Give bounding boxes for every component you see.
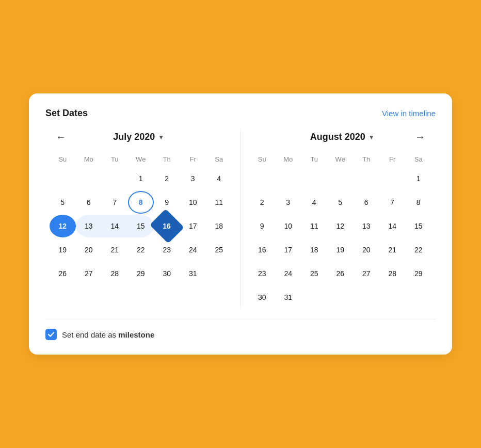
right-day-cell[interactable]: 13: [354, 215, 380, 237]
right-day-cell[interactable]: 31: [275, 286, 301, 309]
milestone-label: Set end date as milestone: [62, 330, 154, 339]
right-day-cell[interactable]: 10: [275, 215, 301, 237]
right-day-cell[interactable]: 21: [379, 238, 406, 261]
left-day-cell[interactable]: 17: [180, 215, 206, 237]
left-day-cell[interactable]: 13: [76, 215, 102, 237]
card-title: Set Dates: [45, 108, 88, 119]
right-day-cell[interactable]: 5: [327, 191, 354, 214]
calendar-divider: [241, 129, 241, 309]
right-month-label[interactable]: August 2020 ▼: [310, 132, 375, 142]
left-day-cell[interactable]: 22: [128, 238, 154, 261]
left-day-header-sa: Sa: [206, 153, 232, 165]
right-day-cell: [354, 167, 380, 190]
left-day-cell[interactable]: 1: [128, 167, 154, 190]
left-day-cell[interactable]: 5: [50, 191, 76, 214]
right-calendar: August 2020 ▼ → Su Mo Tu We Th Fr Sa: [245, 129, 436, 309]
right-chevron-icon: ▼: [368, 134, 375, 141]
left-day-cell[interactable]: 29: [128, 262, 154, 285]
left-month-label[interactable]: July 2020 ▼: [113, 132, 164, 142]
right-day-cell: [275, 167, 301, 190]
right-day-cell[interactable]: 17: [275, 238, 301, 261]
milestone-label-bold: milestone: [118, 330, 154, 339]
right-day-cell[interactable]: 14: [379, 215, 406, 237]
checkmark-icon: [47, 331, 55, 338]
right-day-cell: [379, 286, 406, 309]
right-day-cell[interactable]: 27: [354, 262, 380, 285]
left-day-header-su: Su: [50, 153, 76, 165]
right-day-cell[interactable]: 6: [354, 191, 380, 214]
right-day-cell[interactable]: 7: [379, 191, 406, 214]
left-day-cell[interactable]: 2: [154, 167, 180, 190]
right-day-cell[interactable]: 19: [327, 238, 354, 261]
milestone-checkbox[interactable]: [45, 329, 57, 340]
right-days-grid: 1234567891011121314151617181920212223242…: [249, 167, 432, 309]
calendars-container: ← July 2020 ▼ Su Mo Tu We Th Fr: [45, 129, 436, 309]
right-day-cell[interactable]: 11: [301, 215, 328, 237]
left-day-cell[interactable]: 8: [128, 191, 154, 214]
left-day-cell[interactable]: 25: [206, 238, 232, 261]
right-day-cell[interactable]: 2: [249, 191, 276, 214]
left-day-cell[interactable]: 4: [206, 167, 232, 190]
left-calendar-grid: Su Mo Tu We Th Fr Sa 1234567891011121314…: [50, 153, 232, 285]
right-day-cell[interactable]: 20: [354, 238, 380, 261]
left-day-cell[interactable]: 18: [206, 215, 232, 237]
left-day-cell[interactable]: 28: [102, 262, 128, 285]
right-day-cell[interactable]: 28: [379, 262, 406, 285]
left-days-grid: 1234567891011121314151617181920212223242…: [50, 167, 232, 285]
right-day-cell[interactable]: 8: [406, 191, 432, 214]
left-calendar: ← July 2020 ▼ Su Mo Tu We Th Fr: [45, 129, 236, 309]
right-day-cell[interactable]: 15: [406, 215, 432, 237]
right-day-cell[interactable]: 4: [301, 191, 328, 214]
right-day-cell: [354, 286, 380, 309]
left-day-cell[interactable]: 11: [206, 191, 232, 214]
left-day-cell[interactable]: 19: [50, 238, 76, 261]
left-day-cell[interactable]: 21: [102, 238, 128, 261]
left-day-cell[interactable]: 10: [180, 191, 206, 214]
left-day-cell[interactable]: 20: [76, 238, 102, 261]
right-day-cell[interactable]: 30: [249, 286, 276, 309]
prev-month-button[interactable]: ←: [52, 129, 70, 145]
left-day-cell[interactable]: 31: [180, 262, 206, 285]
right-day-cell: [379, 167, 406, 190]
right-calendar-header: August 2020 ▼ →: [249, 129, 432, 145]
right-day-cell[interactable]: 26: [327, 262, 354, 285]
left-day-cell: [206, 262, 232, 285]
right-day-headers: Su Mo Tu We Th Fr Sa: [249, 153, 432, 165]
right-day-cell: [301, 286, 328, 309]
right-calendar-grid: Su Mo Tu We Th Fr Sa 1234567891011121314…: [249, 153, 432, 309]
left-day-cell[interactable]: 3: [180, 167, 206, 190]
right-day-header-su: Su: [249, 153, 276, 165]
right-day-cell: [249, 167, 276, 190]
right-day-cell[interactable]: 29: [406, 262, 432, 285]
right-day-cell[interactable]: 23: [249, 262, 276, 285]
next-month-button[interactable]: →: [411, 129, 429, 145]
left-day-cell[interactable]: 23: [154, 238, 180, 261]
right-day-cell[interactable]: 25: [301, 262, 328, 285]
right-day-header-we: We: [327, 153, 354, 165]
right-day-cell[interactable]: 3: [275, 191, 301, 214]
left-day-cell[interactable]: 14: [102, 215, 128, 237]
right-day-cell[interactable]: 9: [249, 215, 276, 237]
date-picker-card: Set Dates View in timeline ← July 2020 ▼…: [29, 93, 452, 355]
left-day-cell[interactable]: 24: [180, 238, 206, 261]
left-day-cell[interactable]: 30: [154, 262, 180, 285]
right-day-cell[interactable]: 12: [327, 215, 354, 237]
right-day-cell[interactable]: 16: [249, 238, 276, 261]
left-day-header-tu: Tu: [102, 153, 128, 165]
left-day-cell[interactable]: 15: [128, 215, 154, 237]
left-day-cell[interactable]: 12: [50, 215, 76, 237]
left-day-header-mo: Mo: [76, 153, 102, 165]
milestone-label-text: Set end date as: [62, 330, 118, 339]
footer: Set end date as milestone: [45, 319, 436, 340]
left-day-cell[interactable]: 6: [76, 191, 102, 214]
right-day-cell[interactable]: 1: [406, 167, 432, 190]
right-day-cell[interactable]: 18: [301, 238, 328, 261]
right-day-cell[interactable]: 22: [406, 238, 432, 261]
left-day-cell[interactable]: 7: [102, 191, 128, 214]
right-day-cell[interactable]: 24: [275, 262, 301, 285]
view-timeline-link[interactable]: View in timeline: [382, 109, 436, 118]
right-day-cell: [327, 167, 354, 190]
left-day-cell[interactable]: 27: [76, 262, 102, 285]
left-day-cell[interactable]: 26: [50, 262, 76, 285]
right-day-header-fr: Fr: [379, 153, 406, 165]
